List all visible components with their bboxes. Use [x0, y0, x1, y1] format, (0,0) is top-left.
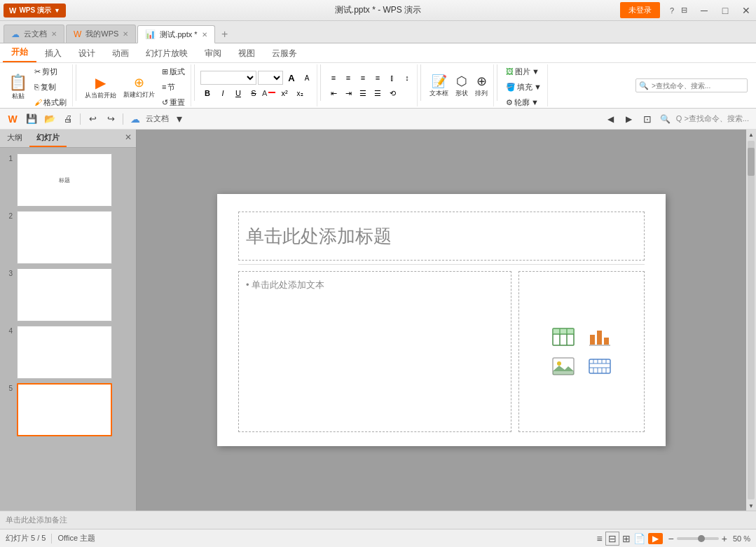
- right-scrollbar[interactable]: ▲ ▼: [746, 130, 756, 511]
- prev-slide-button[interactable]: ◀: [603, 111, 619, 127]
- print-button[interactable]: 🖨: [60, 111, 76, 127]
- zoom-in-button[interactable]: +: [722, 533, 727, 544]
- notes-bar[interactable]: 单击此处添加备注: [0, 511, 756, 529]
- copy-button[interactable]: ⎘ 复制: [32, 80, 69, 94]
- open-button[interactable]: 📂: [42, 111, 57, 127]
- panel-tab-slides[interactable]: 幻灯片: [29, 130, 67, 147]
- cut-button[interactable]: ✂ 剪切: [32, 64, 69, 78]
- line-spacing-button[interactable]: ↕: [400, 71, 414, 85]
- cloud-save-icon[interactable]: ☁: [128, 111, 143, 127]
- text-direction-button[interactable]: ⟲: [385, 86, 399, 100]
- add-tab-button[interactable]: +: [217, 26, 233, 43]
- ribbon-tab-insert[interactable]: 插入: [36, 45, 70, 62]
- format-brush-button[interactable]: 🖌 格式刷: [32, 95, 69, 109]
- zoom-bar[interactable]: [677, 537, 719, 540]
- strikethrough-button[interactable]: S: [247, 86, 261, 100]
- search-input[interactable]: [652, 82, 743, 90]
- scroll-track[interactable]: [748, 141, 755, 499]
- insert-table-icon[interactable]: [551, 326, 576, 347]
- tab-mywps-close[interactable]: ✕: [123, 30, 128, 38]
- align-center-button[interactable]: ≡: [341, 71, 355, 85]
- decrease-indent-button[interactable]: ⇤: [327, 86, 341, 100]
- insert-chart-icon[interactable]: [587, 326, 612, 347]
- subscript-button[interactable]: x₂: [293, 86, 307, 100]
- close-button[interactable]: ✕: [736, 0, 756, 21]
- search-box[interactable]: 🔍: [635, 78, 748, 92]
- ribbon-toggle-icon[interactable]: ⊟: [678, 6, 690, 15]
- arrange-button[interactable]: ⊕ 排列: [472, 72, 490, 99]
- slide-thumbnail[interactable]: [17, 326, 112, 379]
- scroll-down-arrow[interactable]: ▼: [746, 501, 756, 511]
- slide-thumbnail[interactable]: 标题: [17, 153, 112, 207]
- tab-test[interactable]: 📊 测试.pptx * ✕: [137, 25, 214, 43]
- zoom-out-button[interactable]: −: [668, 533, 674, 544]
- search-replace-button[interactable]: 🔍: [658, 111, 673, 127]
- font-grow-button[interactable]: A: [284, 71, 298, 85]
- tab-cloud[interactable]: ☁ 云文档 ✕: [4, 25, 64, 43]
- reading-view-button[interactable]: 📄: [633, 533, 645, 544]
- zoom-to-fit-button[interactable]: ⊡: [640, 111, 655, 127]
- from-start-button[interactable]: ▶ 从当前开始: [82, 69, 119, 105]
- italic-button[interactable]: I: [216, 86, 230, 100]
- font-family-select[interactable]: [200, 71, 256, 85]
- ribbon-tab-view[interactable]: 视图: [230, 45, 263, 62]
- slide-thumbnail[interactable]: [17, 211, 112, 264]
- save-button[interactable]: 💾: [24, 111, 39, 127]
- fill-button[interactable]: 🪣 填充 ▼: [503, 80, 544, 94]
- dropdown-arrow[interactable]: ▼: [54, 7, 60, 14]
- toolbar-more-button[interactable]: ▾: [172, 111, 187, 127]
- align-right-button[interactable]: ≡: [356, 71, 370, 85]
- align-left-button[interactable]: ≡: [327, 71, 341, 85]
- maximize-button[interactable]: □: [715, 0, 735, 21]
- media-placeholder[interactable]: [518, 271, 645, 432]
- ribbon-tab-start[interactable]: 开始: [3, 43, 36, 62]
- font-color-button[interactable]: A: [262, 86, 276, 100]
- minimize-button[interactable]: ─: [694, 0, 714, 21]
- help-icon[interactable]: ?: [667, 6, 677, 15]
- section-button[interactable]: ≡ 节: [159, 80, 188, 94]
- underline-button[interactable]: U: [231, 86, 245, 100]
- slide-canvas[interactable]: 单击此处添加标题 • 单击此处添加文本: [217, 194, 666, 446]
- wps-logo[interactable]: W WPS 演示 ▼: [4, 4, 66, 18]
- insert-image-icon[interactable]: [551, 356, 576, 377]
- panel-tab-outline[interactable]: 大纲: [0, 130, 29, 147]
- next-slide-button[interactable]: ▶: [621, 111, 637, 127]
- sort-view-button[interactable]: ≡: [596, 533, 602, 544]
- font-size-select[interactable]: [258, 71, 283, 85]
- panel-close-button[interactable]: ✕: [121, 130, 136, 147]
- justify-button[interactable]: ≡: [371, 71, 385, 85]
- scroll-thumb[interactable]: [748, 148, 755, 176]
- undo-button[interactable]: ↩: [85, 111, 100, 127]
- reset-button[interactable]: ↺ 重置: [159, 95, 188, 109]
- paste-button[interactable]: 📋 粘贴: [6, 69, 30, 105]
- title-placeholder[interactable]: 单击此处添加标题: [238, 212, 645, 261]
- slideshow-button[interactable]: ▶: [648, 533, 663, 544]
- shape-button[interactable]: ⬡ 形状: [453, 72, 471, 99]
- tab-cloud-close[interactable]: ✕: [51, 30, 57, 38]
- wps-menu-button[interactable]: W: [4, 111, 21, 127]
- content-placeholder[interactable]: • 单击此处添加文本: [238, 271, 511, 432]
- login-button[interactable]: 未登录: [620, 2, 660, 18]
- columns-button[interactable]: ⫿: [385, 71, 399, 85]
- ribbon-tab-cloud[interactable]: 云服务: [263, 45, 305, 62]
- slide-thumbnail-active[interactable]: [17, 383, 112, 436]
- numbered-list-button[interactable]: ☰: [371, 86, 385, 100]
- increase-indent-button[interactable]: ⇥: [341, 86, 355, 100]
- new-slide-button[interactable]: ⊕ 新建幻灯片: [121, 69, 158, 105]
- ribbon-tab-animation[interactable]: 动画: [104, 45, 137, 62]
- tab-mywps[interactable]: W 我的WPS ✕: [66, 25, 136, 43]
- redo-button[interactable]: ↪: [103, 111, 118, 127]
- bullet-list-button[interactable]: ☰: [356, 86, 370, 100]
- ribbon-tab-design[interactable]: 设计: [70, 45, 104, 62]
- text-box-button[interactable]: 📝 文本框: [427, 72, 451, 99]
- bold-button[interactable]: B: [200, 86, 214, 100]
- insert-video-icon[interactable]: [587, 356, 612, 377]
- wheel-button[interactable]: ⚙ 轮廓 ▼: [503, 95, 544, 109]
- slide-sorter-button[interactable]: ⊞: [622, 533, 631, 544]
- scroll-up-arrow[interactable]: ▲: [746, 130, 756, 139]
- normal-view-button[interactable]: ⊟: [605, 532, 619, 546]
- slide-thumbnail[interactable]: [17, 268, 112, 321]
- picture-button[interactable]: 🖼 图片 ▼: [503, 64, 544, 78]
- layout-button[interactable]: ⊞ 版式: [159, 64, 188, 78]
- ribbon-tab-review[interactable]: 审阅: [196, 45, 230, 62]
